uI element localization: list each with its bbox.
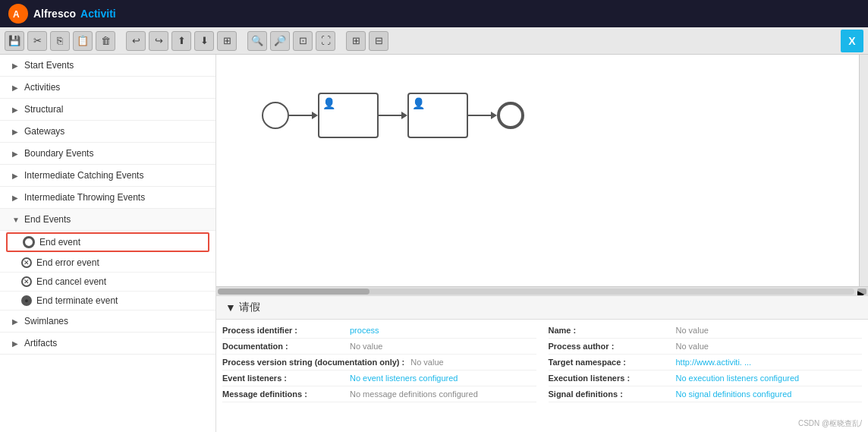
- prop-version-string-value: No value: [410, 358, 536, 367]
- save-button[interactable]: 💾: [5, 31, 24, 51]
- delete-button[interactable]: 🗑: [96, 31, 115, 51]
- copy-button[interactable]: ⎘: [50, 31, 70, 51]
- prop-message-definitions: Message definitions : No message definit…: [222, 386, 536, 402]
- toolbar: 💾 ✂ ⎘ 📋 🗑 ↩ ↪ ⬆ ⬇ ⊞ 🔍 🔎 ⊡ ⛶ ⊞ ⊟ X: [0, 27, 868, 55]
- prop-name-value: No value: [676, 326, 863, 335]
- prop-target-namespace: Target namespace : http://www.activiti. …: [549, 355, 863, 371]
- horizontal-scrollbar[interactable]: ▶: [216, 286, 868, 295]
- properties-title: 请假: [239, 301, 260, 314]
- sidebar-item-intermediate-throwing[interactable]: ▶ Intermediate Throwing Events: [0, 187, 215, 209]
- sidebar-item-gateways[interactable]: ▶ Gateways: [0, 121, 215, 143]
- end-event-label: End event: [39, 237, 80, 248]
- main-layout: ▶ Start Events ▶ Activities ▶ Structural…: [0, 55, 868, 432]
- arrow-body-1: [289, 115, 312, 116]
- prop-event-listeners-value[interactable]: No event listeners configured: [350, 374, 536, 383]
- end-cancel-label: End cancel event: [36, 276, 106, 287]
- prop-target-namespace-value[interactable]: http://www.activiti. ...: [676, 358, 863, 367]
- prop-execution-listeners: Execution listeners : No execution liste…: [549, 371, 863, 386]
- end-terminate-icon: ●: [21, 295, 32, 306]
- prop-message-definitions-label: Message definitions :: [222, 389, 344, 399]
- diagram-button[interactable]: ⊞: [217, 31, 237, 51]
- zoom-out-button[interactable]: 🔎: [270, 31, 290, 51]
- sidebar-item-structural[interactable]: ▶ Structural: [0, 99, 215, 121]
- bpmn-diagram: 👤 👤: [262, 93, 524, 138]
- start-events-label: Start Events: [24, 60, 74, 71]
- sidebar: ▶ Start Events ▶ Activities ▶ Structural…: [0, 55, 216, 432]
- zoom-fit-button[interactable]: ⊡: [293, 31, 313, 51]
- bpmn-task-1[interactable]: 👤: [318, 93, 379, 138]
- prop-process-author-value: No value: [676, 342, 863, 351]
- bpmn-arrow-3: [468, 112, 497, 119]
- sidebar-item-start-events[interactable]: ▶ Start Events: [0, 55, 215, 77]
- bpmn-start-event[interactable]: [262, 102, 289, 129]
- vertical-scrollbar[interactable]: [859, 55, 868, 286]
- logo-alfresco-text: Alfresco: [33, 8, 76, 20]
- fullscreen-button[interactable]: ⛶: [316, 31, 335, 51]
- user-icon-2: 👤: [412, 97, 425, 109]
- bpmn-end-event[interactable]: [497, 102, 524, 129]
- svg-text:A: A: [13, 9, 20, 20]
- sidebar-item-boundary-events[interactable]: ▶ Boundary Events: [0, 143, 215, 165]
- sidebar-subitem-end-event[interactable]: End event: [6, 232, 209, 252]
- prop-process-identifier: Process identifier : process: [222, 323, 536, 339]
- prop-execution-listeners-value[interactable]: No execution listeners configured: [676, 374, 863, 383]
- end-error-label: End error event: [36, 257, 99, 268]
- import-button[interactable]: ⬆: [171, 31, 191, 51]
- alfresco-logo-icon: A: [8, 3, 29, 24]
- layout2-button[interactable]: ⊟: [369, 31, 388, 51]
- scrollbar-thumb[interactable]: [218, 289, 370, 295]
- sidebar-item-intermediate-catching[interactable]: ▶ Intermediate Catching Events: [0, 165, 215, 187]
- intermediate-catching-arrow: ▶: [12, 172, 20, 180]
- paste-button[interactable]: 📋: [73, 31, 93, 51]
- sidebar-item-end-events[interactable]: ▼ End Events: [0, 209, 215, 231]
- properties-content: Process identifier : process Documentati…: [216, 320, 868, 405]
- artifacts-label: Artifacts: [24, 338, 57, 348]
- gateways-label: Gateways: [24, 126, 64, 137]
- prop-signal-definitions-value[interactable]: No signal definitions configured: [676, 389, 863, 399]
- header: A Alfresco Activiti: [0, 0, 868, 27]
- sidebar-item-artifacts[interactable]: ▶ Artifacts: [0, 333, 215, 355]
- export-button[interactable]: ⬇: [194, 31, 214, 51]
- swimlanes-arrow: ▶: [12, 317, 20, 326]
- sidebar-item-swimlanes[interactable]: ▶ Swimlanes: [0, 311, 215, 333]
- prop-event-listeners: Event listeners : No event listeners con…: [222, 371, 536, 386]
- prop-name-label: Name :: [549, 326, 670, 335]
- boundary-events-arrow: ▶: [12, 150, 20, 158]
- intermediate-catching-label: Intermediate Catching Events: [24, 170, 143, 181]
- swimlanes-label: Swimlanes: [24, 316, 68, 326]
- sidebar-subitem-end-error-event[interactable]: ✕ End error event: [0, 254, 215, 273]
- arrow-head-3: [491, 112, 497, 119]
- prop-event-listeners-label: Event listeners :: [222, 374, 344, 383]
- close-button[interactable]: X: [841, 30, 863, 52]
- arrow-body-2: [379, 115, 401, 116]
- end-events-label: End Events: [24, 214, 71, 225]
- scroll-right-btn[interactable]: ▶: [857, 289, 866, 295]
- prop-process-author-label: Process author :: [549, 342, 670, 351]
- bpmn-arrow-2: [379, 112, 407, 119]
- prop-process-identifier-value[interactable]: process: [350, 326, 536, 335]
- activities-label: Activities: [24, 82, 60, 93]
- intermediate-throwing-arrow: ▶: [12, 194, 20, 202]
- bpmn-task-2[interactable]: 👤: [407, 93, 468, 138]
- properties-right-col: Name : No value Process author : No valu…: [542, 320, 869, 405]
- prop-process-author: Process author : No value: [549, 339, 863, 355]
- redo-button[interactable]: ↪: [149, 31, 168, 51]
- boundary-events-label: Boundary Events: [24, 148, 93, 159]
- prop-execution-listeners-label: Execution listeners :: [549, 374, 670, 383]
- logo: A Alfresco Activiti: [8, 3, 116, 24]
- zoom-in-button[interactable]: 🔍: [247, 31, 267, 51]
- end-terminate-label: End terminate event: [36, 295, 118, 306]
- sidebar-subitem-end-cancel-event[interactable]: ✕ End cancel event: [0, 273, 215, 292]
- arrow-body-3: [468, 115, 491, 116]
- sidebar-item-activities[interactable]: ▶ Activities: [0, 77, 215, 99]
- prop-documentation: Documentation : No value: [222, 339, 536, 355]
- undo-button[interactable]: ↩: [126, 31, 146, 51]
- cut-button[interactable]: ✂: [27, 31, 47, 51]
- canvas[interactable]: 👤 👤: [216, 55, 868, 286]
- layout1-button[interactable]: ⊞: [346, 31, 366, 51]
- sidebar-subitem-end-terminate-event[interactable]: ● End terminate event: [0, 292, 215, 311]
- structural-arrow: ▶: [12, 106, 20, 114]
- scrollbar-track: [218, 289, 854, 295]
- prop-version-string-label: Process version string (documentation on…: [222, 358, 404, 367]
- start-events-arrow: ▶: [12, 61, 20, 70]
